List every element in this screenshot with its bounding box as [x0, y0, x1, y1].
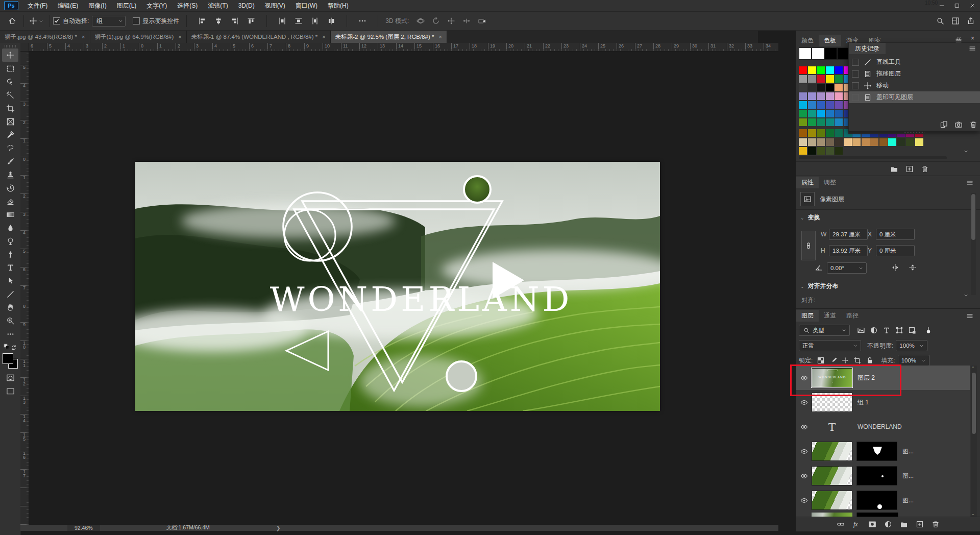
marquee-tool[interactable] — [2, 62, 18, 75]
snapshot-camera-icon[interactable] — [954, 120, 963, 129]
swatch-color[interactable] — [817, 129, 825, 137]
dist-3-icon[interactable] — [307, 17, 323, 25]
type-tool[interactable] — [2, 261, 18, 274]
line-tool[interactable] — [2, 287, 18, 301]
link-wh-icon[interactable] — [804, 241, 813, 250]
x-field[interactable]: 0 厘米 — [876, 229, 915, 240]
tab-颜色[interactable]: 颜色 — [796, 35, 819, 46]
blend-mode-dropdown[interactable]: 正常 — [799, 340, 861, 351]
folder-icon[interactable] — [890, 165, 898, 173]
swatch-color[interactable] — [808, 66, 816, 74]
menu-item-4[interactable]: 文字(Y) — [141, 0, 172, 11]
swatch-color[interactable] — [915, 138, 923, 146]
swatch-color[interactable] — [808, 75, 816, 83]
layer-row-3[interactable]: 图... — [796, 439, 970, 464]
eye-icon[interactable] — [800, 399, 808, 406]
close-icon[interactable]: × — [971, 35, 974, 42]
swatch-color[interactable] — [799, 110, 807, 117]
panel-menu-icon[interactable] — [966, 179, 974, 187]
transform-section-header[interactable]: ⌄变换 — [800, 213, 820, 222]
home-icon[interactable] — [3, 17, 21, 25]
tab-调整[interactable]: 调整 — [819, 177, 841, 188]
patch-tool[interactable] — [2, 141, 18, 155]
swatches-scrollbar[interactable] — [799, 156, 947, 159]
swatch-color[interactable] — [835, 118, 843, 126]
swatch-color[interactable] — [799, 138, 807, 146]
swatch-color[interactable] — [826, 129, 834, 137]
swatch-color[interactable] — [799, 66, 807, 74]
flip-h-icon[interactable] — [891, 263, 899, 272]
menu-item-3[interactable]: 图层(L) — [112, 0, 142, 11]
align-top-icon[interactable] — [243, 17, 259, 25]
auto-select-checkbox[interactable] — [53, 17, 60, 25]
eyedropper-tool[interactable] — [2, 128, 18, 141]
panel-menu-icon[interactable] — [966, 312, 974, 320]
history-item-0[interactable]: 直线工具 — [849, 56, 980, 68]
history-source-checkbox[interactable] — [852, 82, 859, 89]
menu-item-10[interactable]: 帮助(H) — [323, 0, 354, 11]
menu-item-2[interactable]: 图像(I) — [83, 0, 111, 11]
y-field[interactable]: 0 厘米 — [876, 245, 915, 256]
dist-4-icon[interactable] — [323, 17, 339, 25]
brush-tool[interactable] — [2, 155, 18, 168]
dodge-tool[interactable] — [2, 234, 18, 248]
swatch-color[interactable] — [824, 47, 837, 60]
tab-close-icon[interactable]: × — [178, 34, 181, 40]
pen-tool[interactable] — [2, 248, 18, 261]
tab-属性[interactable]: 属性 — [796, 177, 819, 188]
filter-type-dropdown[interactable]: 类型 — [799, 325, 850, 336]
zoom-tool[interactable] — [2, 314, 18, 327]
default-colors-icon[interactable] — [4, 344, 10, 351]
frame-tool[interactable] — [2, 115, 18, 128]
stamp-tool[interactable] — [2, 168, 18, 181]
align-section-header[interactable]: ⌄对齐并分布 — [800, 282, 839, 290]
swatch-color[interactable] — [817, 110, 825, 117]
swatch-color[interactable] — [799, 118, 807, 126]
new-doc-from-state-icon[interactable] — [940, 120, 948, 129]
close-button[interactable] — [965, 0, 980, 11]
properties-scrollbar[interactable] — [971, 193, 976, 295]
adjustment-icon[interactable] — [884, 520, 892, 528]
swatch-color[interactable] — [826, 118, 834, 126]
swatch-color[interactable] — [826, 147, 834, 155]
tab-图层[interactable]: 图层 — [796, 310, 819, 322]
swatch-color[interactable] — [835, 129, 843, 137]
swatch-color[interactable] — [799, 47, 812, 60]
swatch-color[interactable] — [808, 147, 816, 155]
swatch-color[interactable] — [799, 129, 807, 137]
lock-brush-icon[interactable] — [829, 356, 837, 364]
layer-thumbnail[interactable] — [812, 466, 852, 485]
menu-item-6[interactable]: 滤镜(T) — [203, 0, 233, 11]
lasso-tool[interactable] — [2, 75, 18, 88]
opacity-field[interactable]: 100% — [896, 340, 927, 351]
screen-mode-icon[interactable] — [6, 387, 15, 396]
fx-icon[interactable]: fx — [852, 520, 861, 528]
dist-1-icon[interactable] — [274, 17, 290, 25]
chevron-down-icon[interactable] — [964, 293, 968, 298]
ellipsis-tools[interactable] — [2, 327, 18, 341]
layer-row-5[interactable]: 图... — [796, 488, 970, 513]
layer-mask-thumbnail[interactable] — [856, 466, 897, 485]
fill-field[interactable]: 100% — [898, 355, 929, 366]
tab-通道[interactable]: 通道 — [819, 310, 841, 322]
collapse-panel-icon[interactable] — [955, 36, 962, 42]
swatch-color[interactable] — [808, 138, 816, 146]
swatch-color[interactable] — [817, 138, 825, 146]
share-icon[interactable] — [967, 17, 975, 25]
type-filter-icon[interactable] — [883, 326, 891, 334]
swatch-color[interactable] — [808, 101, 816, 109]
swatch-color[interactable] — [799, 101, 807, 109]
gradient-tool[interactable] — [2, 208, 18, 221]
swatch-color[interactable] — [835, 75, 843, 83]
ellipsis-icon[interactable] — [354, 17, 371, 25]
smart-filter-icon[interactable] — [908, 326, 916, 334]
history-item-3[interactable]: 盖印可见图层 — [849, 91, 980, 103]
swatch-color[interactable] — [835, 110, 843, 117]
align-center-h-icon[interactable] — [210, 17, 227, 25]
swatch-color[interactable] — [835, 84, 843, 91]
menu-item-8[interactable]: 视图(V) — [260, 0, 290, 11]
menu-item-9[interactable]: 窗口(W) — [290, 0, 323, 11]
lock-transparent-icon[interactable] — [817, 356, 825, 364]
menu-item-1[interactable]: 编辑(E) — [53, 0, 83, 11]
layer-name[interactable]: 图... — [902, 472, 914, 480]
